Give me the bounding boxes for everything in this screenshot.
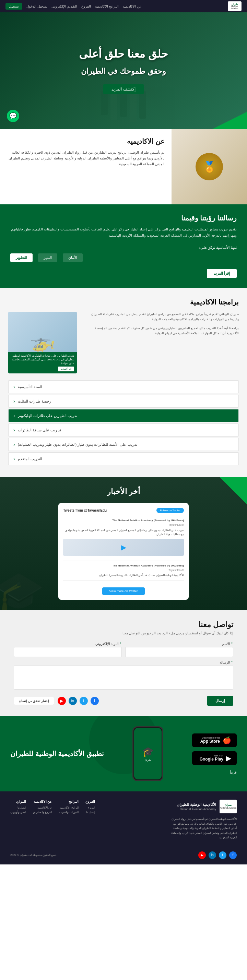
news-bg-graduation-icon: 🎓 (0, 568, 45, 610)
playstore-button[interactable]: ▶ Get it on Google Play (192, 751, 237, 765)
app-logo-icon: 🎓 (142, 746, 154, 757)
nav-link-login[interactable]: تسجيل الدخول (26, 5, 47, 8)
tweet-handle-1: @TayaranEdu (63, 568, 184, 572)
nav-link-about[interactable]: عن الاكاديمية (123, 5, 142, 8)
focus-item-excellence[interactable]: التميز (38, 253, 57, 262)
program-item-5[interactable]: التدريب المتقدم ‹ (8, 452, 239, 465)
tweet-author-1: The National Aviation Academy (Powered b… (63, 564, 184, 568)
footer-link-4[interactable]: عن الاكاديمية (33, 806, 52, 809)
nav-link-apply[interactable]: التقديم الإلكتروني (51, 5, 77, 8)
chevron-icon: ‹ (13, 456, 15, 461)
programs-image-caption: تدريب الطيارين على طائرات الهليكوبتر الأ… (8, 352, 77, 374)
register-button[interactable]: تسجيل (5, 3, 22, 10)
hero-title: حلق معنا حلق أعلى (79, 47, 169, 61)
news-title: أخر الأخبار (8, 487, 239, 496)
footer-link-5[interactable]: الفروع والمعارض (33, 811, 52, 814)
footer-link-7[interactable]: اليمن وأوروبي (10, 811, 26, 814)
nav-link-branches[interactable]: الفروع (81, 5, 91, 8)
program-item-3[interactable]: تد ريب على سياقة الطائرات ‹ (8, 423, 239, 436)
about-section: 🏅 عن الاكاديميه تم تأسيس طيران الوطني، ب… (0, 129, 247, 204)
footer-link-1[interactable]: إتصل بنا (85, 811, 95, 814)
hero-cta-button[interactable]: إكتشف المزيد (103, 84, 143, 94)
chat-icon[interactable]: 💬 (7, 110, 19, 122)
footer-linkedin-icon[interactable]: in (209, 851, 216, 859)
footer-link-2[interactable]: البرامج الأكاديمية (59, 806, 78, 809)
news-section: 🎓 أخر الأخبار Follow on Twitter Tweets f… (0, 477, 247, 610)
more-twitter-button[interactable]: View more on Twitter (102, 587, 145, 595)
hero-section: حلق معنا حلق أعلى وحقق طموحك في الطيران … (0, 12, 247, 129)
program-item-2[interactable]: تدريب الطيارين على طائرات الهليكوبتر ‹ (8, 409, 239, 422)
appstore-button[interactable]: 🍎 Download on the App Store (192, 733, 237, 747)
nav-links: عن الاكاديمية البرامج الاكاديمية الفروع … (5, 3, 142, 10)
footer-link-6[interactable]: إتصل بنا (10, 806, 26, 809)
linkedin-icon[interactable]: in (69, 697, 77, 705)
phone-mockup: 🎓 طيران (132, 726, 163, 781)
nav-logo[interactable]: طيران National Aviation (228, 2, 242, 11)
programs-left-text: برامجنا أيضاً هذا التدريب متاح لجميع الم… (84, 326, 239, 336)
program-item-1[interactable]: رخصة طيارات المثلث ‹ (8, 395, 239, 408)
contact-actions: إرسال f t in ▶ إختبار تحقق من إنسان (14, 696, 233, 706)
about-text: تم تأسيس طيران الوطني، برنامج تدريب الطي… (7, 150, 165, 167)
footer-youtube-icon[interactable]: ▶ (198, 851, 206, 859)
tweet-card: Follow on Twitter Tweets from @TayaranEd… (58, 503, 189, 600)
name-input[interactable] (125, 647, 233, 657)
tweet-image-0: ▶ (63, 539, 184, 556)
playstore-text: Get it on Google Play (200, 754, 223, 762)
footer-link-0[interactable]: الفروع (85, 806, 95, 809)
chevron-icon: ‹ (13, 427, 15, 433)
focus-item-safety[interactable]: الأمان (63, 253, 83, 262)
email-input[interactable] (14, 647, 122, 657)
about-title: عن الاكاديميه (7, 137, 165, 145)
mission-focus-items: الأمان التميز التطوير (10, 253, 237, 262)
captcha-button[interactable]: إختبار تحقق من إنسان (14, 697, 54, 705)
footer-col-2: البرامج البرامج الأكاديمية الدورات والتد… (59, 800, 78, 815)
footer-logo-area: طيران National Aviation الأكاديمية الوطن… (168, 800, 237, 813)
tweet-item-0: The National Aviation Academy (Powered b… (63, 516, 184, 561)
nav-link-programs[interactable]: البرامج الاكاديمية (95, 5, 119, 8)
hero-subtitle: وحقق طموحك في الطيران (79, 67, 169, 76)
form-field-email: * البريد الإلكتروني (14, 642, 122, 657)
footer-col-4: الموارد إتصل بنا اليمن وأوروبي (10, 800, 26, 815)
form-field-name: * الاسم (125, 642, 233, 657)
app-section: 🍎 Download on the App Store ▶ Get it on … (0, 716, 247, 791)
footer-col2-title: البرامج (59, 800, 78, 803)
footer-top: طيران National Aviation الأكاديمية الوطن… (10, 800, 237, 840)
apple-icon: 🍎 (223, 736, 231, 745)
programs-caption-btn[interactable]: إقرأ المزيد (58, 367, 74, 371)
navbar: طيران National Aviation عن الاكاديمية ال… (0, 0, 247, 12)
email-label: * البريد الإلكتروني (14, 642, 122, 646)
footer: طيران National Aviation الأكاديمية الوطن… (0, 791, 247, 864)
youtube-icon[interactable]: ▶ (57, 697, 66, 705)
mission-more-button[interactable]: إقرأ المزيد (207, 269, 237, 278)
app-title: تطبيق الأكاديمية الوطنية للطيران (10, 749, 104, 759)
footer-link-3[interactable]: الدورات والتدريب (59, 811, 78, 814)
app-coming-soon: قريباً (192, 770, 237, 774)
program-item-4[interactable]: تدريب على الأتمتة للطائرات بدون طيار (ال… (8, 438, 239, 451)
about-image: 🏅 (172, 129, 247, 204)
footer-bottom: f t in ▶ جميع الحقوق محفوظة لدى طيران © … (10, 851, 237, 859)
tweet-text-0: تدريب على الطائرات بدون طيار، رحلة إلى ا… (63, 528, 184, 537)
footer-facebook-icon[interactable]: f (229, 851, 237, 859)
facebook-icon[interactable]: f (91, 697, 99, 705)
programs-title: برامجنا الاكاديمية (8, 298, 239, 306)
mission-text: تقديم تدريب يتجاوز المتطلبات التعليمية و… (10, 226, 237, 239)
programs-section: برامجنا الاكاديمية طيران الوطني تقدم تدر… (0, 288, 247, 477)
message-textarea[interactable] (14, 665, 233, 690)
chevron-icon: ‹ (13, 384, 15, 390)
contact-subtitle: إذا كان لديك أي سؤال أو استفسار، يرجى مل… (14, 631, 233, 635)
send-button[interactable]: إرسال (207, 696, 233, 706)
twitter-icon[interactable]: t (80, 697, 88, 705)
contact-form: * الاسم * البريد الإلكتروني * الرسالة إر… (14, 642, 233, 706)
footer-description: الأكاديمية الوطنية للطيران تم تأسيسها من… (168, 817, 237, 840)
google-play-icon: ▶ (226, 754, 231, 762)
form-row-name: * الاسم * البريد الإلكتروني (14, 642, 233, 657)
footer-col3-title: عن الاكاديمية (33, 800, 52, 803)
footer-twitter-icon[interactable]: t (219, 851, 226, 859)
focus-item-development[interactable]: التطوير (10, 253, 33, 262)
follow-twitter-button[interactable]: Follow on Twitter (156, 508, 184, 513)
footer-col-1: الفروع الفروع إتصل بنا (85, 800, 95, 815)
tweet-item-1: The National Aviation Academy (Powered b… (63, 561, 184, 581)
chevron-icon: ‹ (13, 442, 15, 447)
phone-screen: 🎓 طيران (134, 728, 162, 780)
program-item-0[interactable]: السنة التأسيسية ‹ (8, 380, 239, 393)
